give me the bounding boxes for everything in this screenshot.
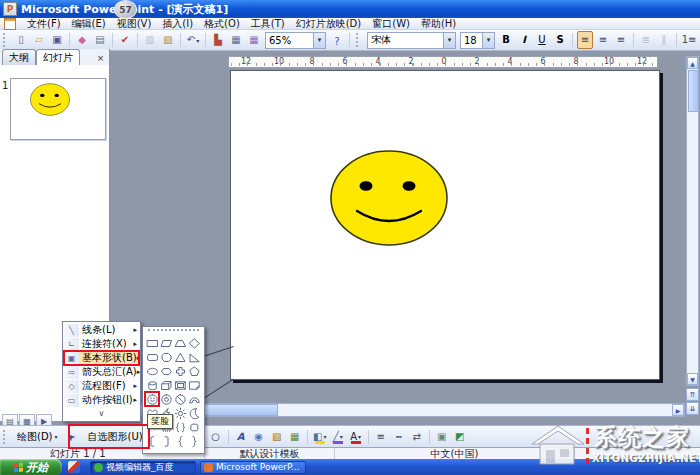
dash-style-icon[interactable]: ┅: [391, 428, 407, 446]
clipart-icon[interactable]: ▧: [269, 428, 285, 446]
shape-plaque[interactable]: [187, 420, 201, 434]
menu-item-connectors[interactable]: ∟连接符(X)▸: [64, 337, 139, 351]
slide-thumbnail[interactable]: [10, 78, 106, 140]
scroll-right-icon[interactable]: ▶: [672, 404, 684, 416]
italic-button[interactable]: I: [516, 31, 532, 49]
shape-left-bracket[interactable]: [145, 434, 159, 448]
chevron-down-icon[interactable]: ▾: [313, 33, 325, 48]
menu-item-lines[interactable]: ╲线条(L)▸: [64, 323, 139, 337]
menu-item-basic-shapes[interactable]: ▣基本形状(B)▸: [64, 351, 139, 365]
chevron-down-icon[interactable]: ▾: [196, 37, 199, 44]
shadow-button[interactable]: S: [552, 31, 568, 49]
shape-right-triangle[interactable]: [187, 350, 201, 364]
task-video-editor[interactable]: 视频编辑器_百度: [90, 461, 196, 474]
permission-icon[interactable]: ◆: [74, 31, 90, 49]
shape-left-brace[interactable]: [173, 434, 187, 448]
shape-can[interactable]: [145, 378, 159, 392]
shape-smiley-face[interactable]: [145, 392, 159, 406]
shape-rounded-rectangle[interactable]: [145, 350, 159, 364]
menu-file[interactable]: 文件(F): [27, 17, 61, 31]
shape-oval[interactable]: [145, 364, 159, 378]
toolbar-handle[interactable]: [3, 33, 8, 47]
document-icon[interactable]: [4, 18, 16, 30]
shadow-style-icon[interactable]: ▣: [434, 428, 450, 446]
print-icon[interactable]: ▤: [92, 31, 108, 49]
menu-expand-chevron[interactable]: ∨: [64, 407, 139, 420]
draw-menu-button[interactable]: 绘图(D) ▾: [12, 427, 63, 446]
zoom-combobox[interactable]: 65% ▾: [265, 32, 326, 49]
numbering-button[interactable]: 1≡: [681, 31, 697, 49]
menu-format[interactable]: 格式(O): [204, 17, 240, 31]
design-template-indicator[interactable]: 默认设计模板: [205, 448, 335, 459]
start-button[interactable]: 开始: [0, 459, 62, 475]
bold-button[interactable]: B: [498, 31, 514, 49]
toolbar-handle[interactable]: [3, 430, 8, 444]
shape-cross[interactable]: [173, 364, 187, 378]
shape-parallelogram[interactable]: [159, 336, 173, 350]
paste-icon[interactable]: ▧: [160, 31, 176, 49]
fill-color-icon[interactable]: ◧▾: [312, 428, 328, 446]
menu-slideshow[interactable]: 幻灯片放映(D): [296, 17, 362, 31]
quick-launch-icon[interactable]: [68, 461, 80, 473]
align-left-button[interactable]: ≡: [577, 31, 593, 49]
select-objects-button[interactable]: ➤: [64, 428, 80, 446]
columns-button[interactable]: ∥: [656, 31, 672, 49]
smiley-shape[interactable]: [329, 149, 449, 247]
next-slide-button[interactable]: ⇊: [686, 402, 699, 415]
shape-bevel[interactable]: [173, 378, 187, 392]
shape-block-arc[interactable]: [187, 392, 201, 406]
shape-octagon[interactable]: [159, 350, 173, 364]
table-icon[interactable]: ▦: [228, 31, 244, 49]
shape-right-bracket[interactable]: [159, 434, 173, 448]
font-name-combobox[interactable]: 宋体 ▾: [367, 32, 456, 49]
oval-icon[interactable]: ○: [208, 428, 224, 446]
help-icon[interactable]: ?: [329, 33, 345, 51]
shape-donut[interactable]: [159, 392, 173, 406]
tab-slides[interactable]: 幻灯片: [36, 49, 80, 65]
toolbar-handle[interactable]: [356, 33, 361, 47]
scroll-up-icon[interactable]: ▲: [687, 57, 698, 69]
shape-trapezoid[interactable]: [173, 336, 187, 350]
chevron-down-icon[interactable]: ▾: [323, 433, 326, 440]
chevron-down-icon[interactable]: ▾: [482, 33, 494, 48]
arrow-style-icon[interactable]: ⇄: [409, 428, 425, 446]
chart-icon[interactable]: ▙: [210, 31, 226, 49]
palette-drag-handle[interactable]: [148, 329, 199, 334]
scroll-down-icon[interactable]: ▼: [687, 373, 698, 385]
open-icon[interactable]: ▱: [31, 31, 47, 49]
menu-item-block-arrows[interactable]: ⇨箭头总汇(A)▸: [64, 365, 139, 379]
previous-slide-button[interactable]: ⇈: [686, 388, 699, 401]
shape-moon[interactable]: [187, 406, 201, 420]
shape-rectangle[interactable]: [145, 336, 159, 350]
picture-icon[interactable]: ▦: [287, 428, 303, 446]
underline-button[interactable]: U: [534, 31, 550, 49]
menu-window[interactable]: 窗口(W): [372, 17, 410, 31]
shape-folded-corner[interactable]: [187, 378, 201, 392]
tab-outline[interactable]: 大纲: [2, 49, 36, 65]
menu-item-flowchart[interactable]: ◇流程图(F)▸: [64, 379, 139, 393]
shape-hexagon[interactable]: [159, 364, 173, 378]
chevron-down-icon[interactable]: ▾: [358, 433, 361, 440]
3d-style-icon[interactable]: ◩: [452, 428, 468, 446]
shape-double-brace[interactable]: [173, 420, 187, 434]
shape-regular-pentagon[interactable]: [187, 364, 201, 378]
distribute-button[interactable]: ≣: [638, 31, 654, 49]
undo-icon[interactable]: ↶▾: [185, 31, 201, 49]
new-icon[interactable]: ▯: [13, 31, 29, 49]
font-size-combobox[interactable]: 18 ▾: [460, 32, 495, 49]
shape-isosceles-triangle[interactable]: [173, 350, 187, 364]
save-icon[interactable]: ▣: [49, 31, 65, 49]
slide-canvas[interactable]: [230, 70, 660, 380]
diagram-icon[interactable]: ◉: [251, 428, 267, 446]
align-center-button[interactable]: ≡: [595, 31, 611, 49]
vertical-scrollbar[interactable]: ▲ ▼: [686, 56, 699, 386]
line-color-icon[interactable]: ╱▾: [330, 428, 346, 446]
shape-sun[interactable]: [173, 406, 187, 420]
vertical-scrollbar-thumb[interactable]: [688, 70, 699, 112]
wordart-icon[interactable]: A: [233, 428, 249, 446]
menu-help[interactable]: 帮助(H): [421, 17, 456, 31]
close-icon[interactable]: ×: [94, 52, 107, 65]
menu-item-action-buttons[interactable]: ▭动作按钮(I)▸: [64, 393, 139, 407]
spelling-icon[interactable]: ✔: [117, 31, 133, 49]
shape-no-symbol[interactable]: [173, 392, 187, 406]
